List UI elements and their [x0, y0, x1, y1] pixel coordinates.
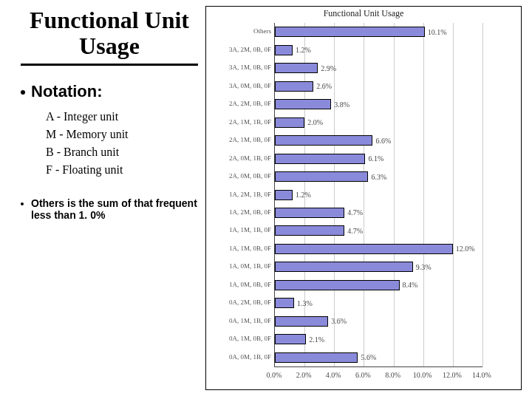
category-label: 1A, 2M, 0B, 0F	[208, 209, 271, 216]
bar-value-label: 10.1%	[428, 27, 447, 37]
category-label: 1A, 0M, 1B, 0F	[208, 263, 271, 270]
bullet-dot-icon	[21, 90, 25, 95]
notation-item: M - Memory unit	[46, 128, 198, 141]
notation-item: B - Branch unit	[46, 146, 198, 159]
x-tick-label: 10.0%	[413, 371, 432, 379]
x-tick-label: 6.0%	[355, 371, 371, 379]
bar-row: 9.3%	[275, 262, 482, 272]
chart-panel: Functional Unit Usage 10.1%1.2%2.9%2.6%3…	[205, 6, 522, 390]
bar-row: 2.6%	[275, 81, 482, 92]
bar	[275, 45, 293, 55]
bar-row: 1.2%	[275, 190, 482, 200]
category-label: 1A, 1M, 1B, 0F	[208, 227, 271, 233]
bar	[275, 190, 293, 200]
bar-row: 6.1%	[275, 154, 482, 164]
category-label: 1A, 2M, 1B, 0F	[208, 191, 271, 198]
category-label: 1A, 0M, 0B, 0F	[208, 282, 271, 288]
bar-row: 6.6%	[275, 135, 482, 146]
bar-row: 3.6%	[275, 316, 482, 327]
category-label: 2A, 1M, 0B, 0F	[208, 137, 271, 143]
category-label: 2A, 0M, 0B, 0F	[208, 173, 271, 180]
bar	[275, 117, 304, 128]
bar-row: 4.7%	[275, 225, 482, 236]
bar-row: 12.0%	[275, 244, 482, 254]
bar-row: 2.0%	[275, 117, 482, 128]
bar	[275, 225, 344, 236]
left-column: Functional Unit Usage Notation: A - Inte…	[21, 7, 198, 221]
category-label: 2A, 0M, 1B, 0F	[208, 155, 271, 162]
category-label: 3A, 2M, 0B, 0F	[208, 47, 271, 53]
bar	[275, 99, 331, 109]
bar	[275, 171, 368, 182]
bar-row: 3.8%	[275, 99, 482, 109]
others-note: Others is the sum of that frequent less …	[21, 197, 198, 221]
x-tick-label: 12.0%	[443, 371, 462, 379]
plot-area: 10.1%1.2%2.9%2.6%3.8%2.0%6.6%6.1%6.3%1.2…	[274, 23, 482, 367]
bar	[275, 316, 328, 327]
bar-row: 4.7%	[275, 208, 482, 218]
category-label: 0A, 0M, 1B, 0F	[208, 354, 271, 361]
bar-row: 10.1%	[275, 27, 482, 37]
bar-value-label: 2.6%	[316, 81, 332, 92]
bar-value-label: 6.3%	[371, 171, 386, 182]
bar-value-label: 6.6%	[375, 135, 391, 146]
notation-heading: Notation:	[21, 82, 198, 101]
bar-row: 8.4%	[275, 280, 482, 290]
x-tick-label: 4.0%	[326, 371, 341, 379]
category-label: 3A, 0M, 0B, 0F	[208, 83, 271, 89]
bar	[275, 262, 413, 272]
category-label: 0A, 2M, 0B, 0F	[208, 299, 271, 306]
notation-item: F - Floating unit	[46, 163, 198, 177]
bar	[275, 135, 372, 146]
x-tick-label: 8.0%	[385, 371, 400, 379]
category-label: Others	[208, 28, 271, 35]
category-label: 0A, 1M, 1B, 0F	[208, 318, 271, 324]
bar-value-label: 8.4%	[403, 280, 418, 290]
bar-value-label: 9.3%	[416, 262, 432, 272]
page-title: Functional Unit Usage	[21, 7, 198, 66]
chart-title: Functional Unit Usage	[206, 7, 521, 21]
bar-row: 2.9%	[275, 63, 482, 73]
bar-row: 1.3%	[275, 298, 482, 308]
bar-value-label: 1.2%	[296, 190, 311, 200]
bar	[275, 63, 318, 73]
bar-value-label: 5.6%	[361, 352, 376, 363]
gridline	[482, 23, 483, 366]
bar-value-label: 2.9%	[321, 63, 336, 73]
bar-value-label: 4.7%	[347, 225, 363, 236]
category-label: 0A, 1M, 0B, 0F	[208, 335, 271, 342]
bar	[275, 154, 365, 164]
slide: Functional Unit Usage Notation: A - Inte…	[0, 0, 532, 399]
bar-value-label: 12.0%	[456, 244, 475, 254]
bar	[275, 298, 294, 308]
x-tick-label: 2.0%	[296, 371, 312, 379]
bar	[275, 334, 306, 344]
category-label: 2A, 2M, 0B, 0F	[208, 100, 271, 107]
bar-value-label: 2.0%	[307, 117, 323, 128]
bar	[275, 352, 358, 363]
bar-row: 6.3%	[275, 171, 482, 182]
bar	[275, 208, 344, 218]
bullet-block: Notation: A - Integer unit M - Memory un…	[21, 82, 198, 221]
bar-value-label: 1.2%	[296, 45, 311, 55]
bar-row: 2.1%	[275, 334, 482, 344]
bar	[275, 27, 425, 37]
notation-item: A - Integer unit	[46, 110, 198, 123]
bar-value-label: 6.1%	[368, 154, 383, 164]
category-label: 1A, 1M, 0B, 0F	[208, 245, 271, 252]
bar	[275, 81, 313, 92]
bar	[275, 244, 453, 254]
bar-value-label: 3.8%	[334, 99, 349, 109]
bar-value-label: 4.7%	[347, 208, 363, 218]
others-note-text: Others is the sum of that frequent less …	[31, 197, 198, 221]
x-tick-label: 0.0%	[267, 371, 282, 379]
bar-value-label: 3.6%	[331, 316, 347, 327]
notation-text: Notation:	[31, 82, 103, 101]
bar-row: 1.2%	[275, 45, 482, 55]
bar-row: 5.6%	[275, 352, 482, 363]
category-label: 3A, 1M, 0B, 0F	[208, 64, 271, 71]
bar	[275, 280, 400, 290]
bullet-dot-icon	[21, 202, 24, 205]
x-tick-label: 14.0%	[472, 371, 491, 379]
category-label: 2A, 1M, 1B, 0F	[208, 119, 271, 126]
